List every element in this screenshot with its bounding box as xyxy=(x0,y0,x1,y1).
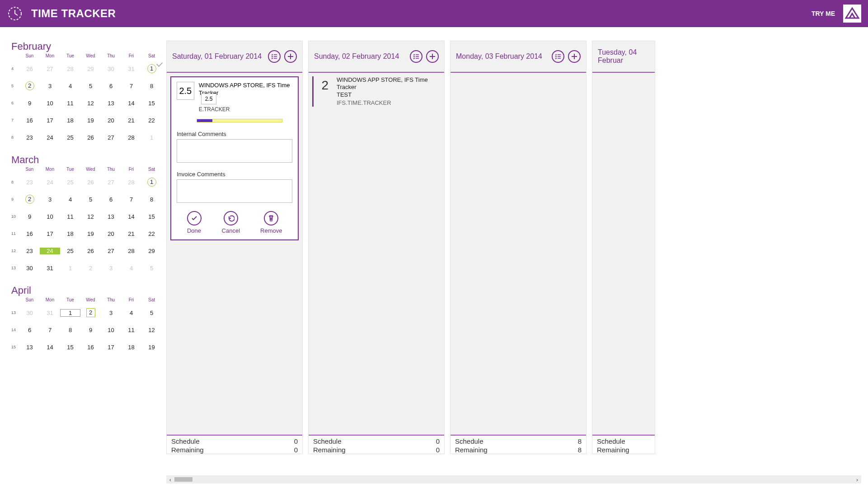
calendar-day[interactable]: 7 xyxy=(121,196,141,203)
internal-comments-input[interactable] xyxy=(177,139,292,163)
calendar-day[interactable]: 7 xyxy=(121,83,141,89)
brand-icon[interactable] xyxy=(843,5,861,23)
calendar-day[interactable]: 28 xyxy=(60,66,80,72)
calendar-day[interactable]: 9 xyxy=(80,327,101,333)
calendar-day[interactable]: 2 xyxy=(19,195,40,204)
calendar-day[interactable]: 14 xyxy=(40,344,60,351)
calendar-day[interactable]: 25 xyxy=(60,248,80,254)
hours-slider[interactable] xyxy=(197,119,282,122)
calendar-day[interactable]: 18 xyxy=(60,117,80,124)
calendar-day[interactable]: 29 xyxy=(141,248,162,254)
add-icon[interactable] xyxy=(568,50,581,63)
calendar-day[interactable]: 1 xyxy=(141,134,162,141)
remove-button[interactable]: Remove xyxy=(260,211,282,234)
calendar-day[interactable]: 23 xyxy=(19,179,40,186)
calendar-day[interactable]: 13 xyxy=(101,213,121,220)
invoice-comments-input[interactable] xyxy=(177,179,292,203)
calendar-day[interactable]: 26 xyxy=(80,179,101,186)
calendar-day[interactable]: 3 xyxy=(40,83,60,89)
calendar-day[interactable]: 6 xyxy=(101,196,121,203)
calendar-day[interactable]: 3 xyxy=(101,310,121,316)
scroll-thumb[interactable] xyxy=(174,477,192,482)
calendar-day[interactable]: 2 xyxy=(19,81,40,90)
calendar-day[interactable]: 17 xyxy=(40,117,60,124)
calendar-day[interactable]: 28 xyxy=(121,248,141,254)
calendar-day[interactable]: 24 xyxy=(40,248,60,254)
calendar-day[interactable]: 27 xyxy=(40,66,60,72)
calendar-day[interactable]: 14 xyxy=(121,100,141,107)
calendar-day[interactable]: 8 xyxy=(60,327,80,333)
calendar-day[interactable]: 26 xyxy=(19,66,40,72)
calendar-day[interactable]: 26 xyxy=(80,248,101,254)
calendar-day[interactable]: 10 xyxy=(101,327,121,333)
horizontal-scrollbar[interactable]: ‹ › xyxy=(166,475,861,483)
calendar-day[interactable]: 1 xyxy=(141,64,162,73)
calendar-day[interactable]: 6 xyxy=(101,83,121,89)
calendar-day[interactable]: 8 xyxy=(141,196,162,203)
calendar-day[interactable]: 18 xyxy=(121,344,141,351)
calendar-day[interactable]: 27 xyxy=(101,248,121,254)
calendar-day[interactable]: 11 xyxy=(121,327,141,333)
calendar-day[interactable]: 17 xyxy=(101,344,121,351)
calendar-day[interactable]: 26 xyxy=(80,134,101,141)
calendar-day[interactable]: 22 xyxy=(141,230,162,237)
calendar-day[interactable]: 16 xyxy=(19,230,40,237)
calendar-day[interactable]: 25 xyxy=(60,134,80,141)
calendar-day[interactable]: 12 xyxy=(80,100,101,107)
calendar-day[interactable]: 1 xyxy=(141,178,162,187)
calendar-day[interactable]: 30 xyxy=(101,66,121,72)
scroll-left-icon[interactable]: ‹ xyxy=(166,476,174,483)
calendar-day[interactable]: 5 xyxy=(80,83,101,89)
calendar-day[interactable]: 3 xyxy=(101,265,121,272)
calendar-day[interactable]: 25 xyxy=(60,179,80,186)
calendar-day[interactable]: 11 xyxy=(60,100,80,107)
calendar-day[interactable]: 8 xyxy=(141,83,162,89)
calendar-day[interactable]: 11 xyxy=(60,213,80,220)
calendar-day[interactable]: 4 xyxy=(60,196,80,203)
calendar-day[interactable]: 9 xyxy=(19,213,40,220)
calendar-day[interactable]: 5 xyxy=(141,265,162,272)
hours-input[interactable]: 2.5 xyxy=(177,82,194,100)
calendar-day[interactable]: 16 xyxy=(19,117,40,124)
calendar-day[interactable]: 10 xyxy=(40,100,60,107)
scroll-right-icon[interactable]: › xyxy=(853,476,861,483)
calendar-day[interactable]: 4 xyxy=(121,265,141,272)
calendar-day[interactable]: 20 xyxy=(101,117,121,124)
calendar-day[interactable]: 31 xyxy=(40,310,60,316)
calendar-day[interactable]: 23 xyxy=(19,134,40,141)
calendar-day[interactable]: 10 xyxy=(40,213,60,220)
calendar-day[interactable]: 17 xyxy=(40,230,60,237)
calendar-day[interactable]: 30 xyxy=(19,310,40,316)
checklist-icon[interactable] xyxy=(410,50,422,63)
time-entry[interactable]: 2WINDOWS APP STORE, IFS Time TrackerTEST… xyxy=(312,76,441,107)
try-me-button[interactable]: TRY ME xyxy=(812,10,835,17)
calendar-day[interactable]: 6 xyxy=(19,327,40,333)
calendar-day[interactable]: 15 xyxy=(60,344,80,351)
calendar-day[interactable]: 24 xyxy=(40,179,60,186)
calendar-day[interactable]: 19 xyxy=(80,230,101,237)
calendar-day[interactable]: 1 xyxy=(60,309,80,317)
cancel-button[interactable]: Cancel xyxy=(222,211,240,234)
calendar-day[interactable]: 18 xyxy=(60,230,80,237)
calendar-day[interactable]: 12 xyxy=(80,213,101,220)
calendar-day[interactable]: 27 xyxy=(101,134,121,141)
time-entry-card[interactable]: 2.5WINDOWS APP STORE, IFS Time TrackerE.… xyxy=(170,76,299,240)
calendar-day[interactable]: 23 xyxy=(19,248,40,254)
calendar-day[interactable]: 27 xyxy=(101,179,121,186)
calendar-day[interactable]: 20 xyxy=(101,230,121,237)
calendar-day[interactable]: 9 xyxy=(19,100,40,107)
calendar-day[interactable]: 30 xyxy=(19,265,40,272)
calendar-day[interactable]: 14 xyxy=(121,213,141,220)
calendar-day[interactable]: 24 xyxy=(40,134,60,141)
done-button[interactable]: Done xyxy=(187,211,202,234)
calendar-day[interactable]: 15 xyxy=(141,100,162,107)
calendar-day[interactable]: 7 xyxy=(40,327,60,333)
calendar-day[interactable]: 12 xyxy=(141,327,162,333)
checklist-icon[interactable] xyxy=(552,50,564,63)
calendar-day[interactable]: 22 xyxy=(141,117,162,124)
add-icon[interactable] xyxy=(284,50,297,63)
scroll-track[interactable] xyxy=(174,476,853,483)
calendar-day[interactable]: 31 xyxy=(40,265,60,272)
calendar-day[interactable]: 19 xyxy=(141,344,162,351)
calendar-day[interactable]: 29 xyxy=(80,66,101,72)
